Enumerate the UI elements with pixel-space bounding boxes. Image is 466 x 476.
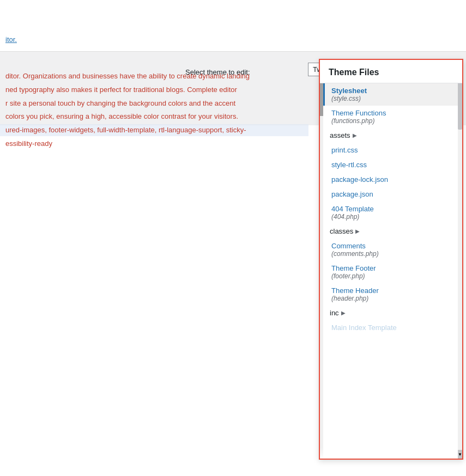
file-item-style-rtl-css[interactable]: style-rtl.css [323, 157, 462, 172]
file-name: Theme Header [331, 286, 456, 295]
file-name: Theme Functions [331, 109, 456, 117]
arrow-right-icon: ▶ [353, 132, 357, 138]
file-item-theme-footer[interactable]: Theme Footer(footer.php) [323, 261, 462, 283]
folder-name: classes [330, 227, 353, 235]
folder-name: assets [330, 131, 350, 139]
file-item-package-lock-json[interactable]: package-lock.json [323, 172, 462, 187]
panel-body: Stylesheet(style.css)Theme Functions(fun… [320, 83, 462, 459]
file-sub: (footer.php) [331, 272, 456, 280]
file-name: Theme Footer [331, 264, 456, 272]
file-name: package.json [331, 190, 456, 198]
content-line: ured-images, footer-widgets, full-width-… [5, 125, 305, 136]
file-item-comments[interactable]: Comments(comments.php) [323, 239, 462, 261]
file-name: package-lock.json [331, 175, 456, 184]
scroll-down-button[interactable]: ▼ [458, 450, 462, 459]
file-name: print.css [331, 146, 456, 154]
right-scrollbar-thumb[interactable] [458, 86, 462, 130]
content-area-text: ditor. Organizations and businesses have… [5, 71, 305, 152]
content-line: ditor. Organizations and businesses have… [5, 71, 305, 82]
content-line: colors you pick, ensuring a high, access… [5, 111, 305, 123]
content-line: ned typography also makes it perfect for… [5, 84, 305, 96]
folder-item-assets[interactable]: assets▶ [323, 128, 462, 143]
panel-title: Theme Files [329, 68, 379, 77]
file-sub: (404.php) [331, 213, 456, 221]
arrow-right-icon: ▶ [341, 310, 346, 316]
theme-files-panel: Theme Files Stylesheet(style.css)Theme F… [319, 59, 463, 460]
arrow-right-icon: ▶ [355, 228, 360, 234]
file-item-overflow[interactable]: Main Index Template [323, 320, 462, 335]
file-name: 404 Template [331, 205, 456, 213]
folder-item-classes[interactable]: classes▶ [323, 224, 462, 239]
file-sub: (header.php) [331, 295, 456, 302]
file-item-theme-functions[interactable]: Theme Functions(functions.php) [323, 106, 462, 128]
folder-item-inc[interactable]: inc▶ [323, 306, 462, 320]
editor-link[interactable]: itor. [5, 35, 17, 44]
file-sub: (style.css) [331, 95, 456, 102]
file-item-package-json[interactable]: package.json [323, 187, 462, 202]
file-name: Stylesheet [331, 87, 456, 95]
content-line: essibility-ready [5, 138, 305, 150]
folder-name: inc [330, 309, 339, 317]
left-scrollbar-track [320, 83, 323, 459]
panel-header: Theme Files [320, 60, 462, 83]
right-scrollbar-track: ▲ ▼ [458, 83, 462, 459]
file-sub: (functions.php) [331, 117, 456, 125]
top-bar: itor. [0, 0, 466, 52]
file-item-404-template[interactable]: 404 Template(404.php) [323, 202, 462, 224]
file-item-stylesheet[interactable]: Stylesheet(style.css) [323, 83, 462, 106]
files-list: Stylesheet(style.css)Theme Functions(fun… [323, 83, 462, 459]
file-name: Main Index Template [331, 324, 456, 332]
file-name: Comments [331, 242, 456, 250]
left-scrollbar-thumb [320, 83, 323, 116]
content-line: r site a personal touch by changing the … [5, 98, 305, 109]
file-item-print-css[interactable]: print.css [323, 143, 462, 157]
file-sub: (comments.php) [331, 250, 456, 258]
file-item-theme-header[interactable]: Theme Header(header.php) [323, 283, 462, 306]
file-name: style-rtl.css [331, 161, 456, 169]
